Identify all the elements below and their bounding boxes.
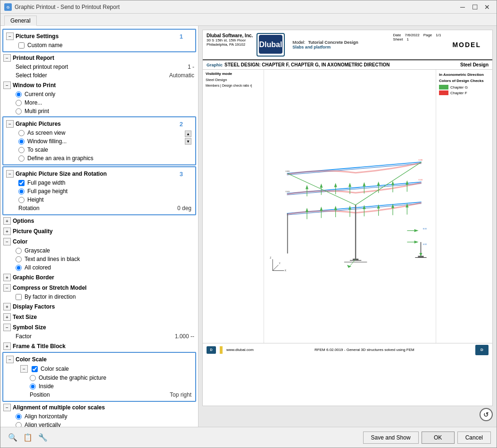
minimize-button[interactable]: ─ (457, 2, 468, 12)
by-factor-checkbox[interactable] (16, 294, 22, 300)
title-bar: G Graphic Printout - Send to Printout Re… (0, 0, 497, 14)
alignment-header[interactable]: − Alignment of multiple color scales (2, 403, 196, 412)
inside-radio[interactable] (30, 383, 36, 390)
color-scale-sub-expand[interactable]: − (20, 365, 28, 373)
gp-window-filling-radio[interactable] (18, 138, 25, 145)
window-current-label: Current only (25, 91, 55, 98)
options-header[interactable]: + Options (2, 216, 196, 226)
color-section: − Color Grayscale Text and lines in blac… (2, 237, 196, 272)
axonometric-direction: In Axonometric Direction (439, 73, 489, 77)
full-page-height-radio[interactable] (18, 188, 25, 195)
search-icon: 🔍 (8, 433, 17, 442)
svg-text:Dlubal: Dlubal (259, 41, 282, 49)
close-button[interactable]: ✕ (481, 2, 493, 12)
display-factors-expand[interactable]: + (3, 303, 11, 310)
window-to-print-expand[interactable]: − (3, 81, 11, 89)
window-multi-option: Multi print (6, 107, 196, 115)
text-size-header[interactable]: + Text Size (2, 312, 196, 322)
graphic-size-number: 3 (180, 171, 192, 178)
maximize-button[interactable]: ☐ (469, 2, 480, 12)
outside-option: Outside the graphic picture (28, 374, 193, 382)
color-scale-options: Outside the graphic picture Inside Posit… (18, 374, 193, 399)
frame-title-header[interactable]: + Frame & Title Block (2, 342, 196, 351)
window-more-radio[interactable] (16, 100, 22, 106)
color-title: Color (13, 238, 27, 245)
color-scale-checkbox[interactable] (32, 366, 38, 372)
main-content: − Picture Settings 1 Custom name − (0, 26, 497, 427)
custom-name-checkbox[interactable] (18, 42, 25, 49)
save-and-show-button[interactable]: Save and Show (363, 432, 419, 444)
grayscale-radio[interactable] (16, 248, 22, 254)
settings-scroll[interactable]: − Picture Settings 1 Custom name − (0, 26, 198, 427)
bottom-left-icons: 🔍 📋 🔧 (6, 431, 50, 444)
company-address: 30 S 15th st, 15th Floor (207, 38, 253, 42)
printout-report-expand[interactable]: − (3, 54, 11, 62)
graphic-size-title: Graphic Picture Size and Rotation (16, 171, 107, 177)
all-colored-radio[interactable] (16, 265, 22, 271)
picture-settings-header[interactable]: − Picture Settings 1 (5, 32, 193, 41)
color-scale-expand[interactable]: − (6, 356, 14, 363)
gp-scroll-down[interactable]: ▼ (185, 138, 191, 145)
symbol-size-expand[interactable]: − (3, 324, 11, 331)
full-page-width-option: Full page width (9, 179, 193, 187)
compress-stretch-expand[interactable]: − (3, 284, 11, 292)
color-expand[interactable]: − (3, 238, 11, 245)
align-h-radio[interactable] (16, 414, 22, 420)
graphic-pictures-header[interactable]: − Graphic Pictures 2 (5, 119, 193, 129)
symbol-size-header[interactable]: − Symbol Size (2, 323, 196, 332)
tool-button-2[interactable]: 🔧 (36, 431, 50, 444)
cancel-button[interactable]: Cancel (457, 432, 491, 444)
gp-define-area-label: Define an area in graphics (27, 155, 93, 162)
graphic-border-header[interactable]: + Graphic Border (2, 273, 196, 282)
ok-button[interactable]: OK (422, 432, 455, 444)
window-controls: ─ ☐ ✕ (457, 2, 493, 12)
outside-radio[interactable] (30, 375, 36, 381)
color-scale-sub: − Color scale Outside the graphic pictur… (9, 364, 193, 399)
gp-scroll-up[interactable]: ▲ (185, 130, 191, 137)
graphic-type-text: Steel Design (460, 62, 489, 67)
compress-stretch-header[interactable]: − Compress or Stretch Model (2, 283, 196, 293)
select-folder-value: Automatic (157, 72, 194, 79)
printout-report-header[interactable]: − Printout Report (2, 53, 196, 63)
picture-quality-expand[interactable]: + (3, 228, 11, 235)
tool-button-1[interactable]: 📋 (21, 431, 34, 444)
height-radio[interactable] (18, 197, 25, 203)
text-lines-black-label: Text and lines in black (25, 256, 80, 262)
alignment-expand[interactable]: − (3, 404, 11, 411)
search-button[interactable]: 🔍 (6, 431, 19, 444)
picture-quality-header[interactable]: + Picture Quality (2, 227, 196, 236)
gp-define-area-radio[interactable] (18, 155, 25, 162)
refresh-button[interactable]: ↺ (480, 408, 493, 421)
by-factor-option: By factor in direction (6, 293, 196, 301)
window-multi-label: Multi print (25, 108, 49, 114)
graphic-pictures-content: As screen view Window filling... To scal… (5, 129, 193, 163)
date-label: Date (393, 33, 401, 37)
text-size-section: + Text Size (2, 312, 196, 322)
gp-to-scale-radio[interactable] (18, 147, 25, 153)
options-section: + Options (2, 216, 196, 226)
color-scale-header[interactable]: − Color Scale (5, 355, 193, 364)
align-v-radio[interactable] (16, 422, 22, 427)
svg-text:0.88: 0.88 (286, 170, 290, 172)
text-lines-black-radio[interactable] (16, 256, 22, 262)
text-size-expand[interactable]: + (3, 313, 11, 321)
alignment-section: − Alignment of multiple color scales Ali… (2, 403, 196, 427)
graphic-size-header[interactable]: − Graphic Picture Size and Rotation 3 (5, 169, 193, 179)
display-factors-header[interactable]: + Display Factors (2, 302, 196, 311)
graphic-size-expand[interactable]: − (6, 170, 14, 178)
color-header[interactable]: − Color (2, 237, 196, 246)
window-to-print-header[interactable]: − Window to Print (2, 81, 196, 90)
printout-report-title: Printout Report (13, 55, 54, 61)
tab-general[interactable]: General (4, 16, 37, 26)
window-multi-radio[interactable] (16, 108, 22, 114)
graphic-border-expand[interactable]: + (3, 274, 11, 281)
frame-title-expand[interactable]: + (3, 342, 11, 350)
graphic-pictures-expand[interactable]: − (6, 120, 14, 128)
full-page-width-checkbox[interactable] (18, 180, 25, 186)
tool-icon-2: 🔧 (38, 433, 48, 442)
model-name-value: Tutorial Concrete Design (308, 40, 358, 45)
gp-screen-view-radio[interactable] (18, 130, 25, 136)
options-expand[interactable]: + (3, 217, 11, 225)
picture-settings-expand[interactable]: − (6, 33, 14, 40)
window-current-radio[interactable] (16, 91, 22, 98)
